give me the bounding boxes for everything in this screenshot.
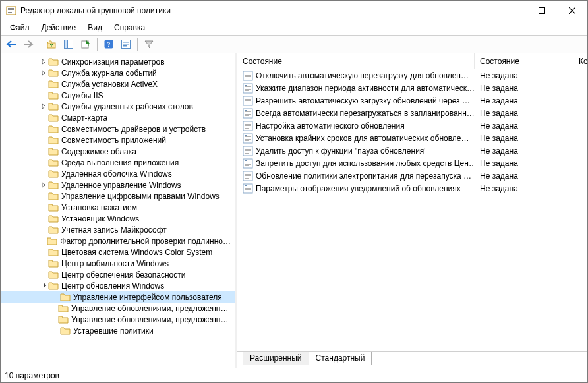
policy-state: Не задана	[480, 96, 518, 105]
tree-item[interactable]: Устаревшие политики	[1, 325, 235, 336]
list-row[interactable]: Укажите диапазон периода активности для …	[237, 82, 587, 94]
back-button[interactable]	[3, 37, 19, 51]
tree-label: Центр обеспечения безопасности	[61, 270, 186, 280]
help-button[interactable]: ?	[101, 37, 117, 51]
tree-label: Среда выполнения приложения	[61, 158, 179, 167]
tree-item[interactable]: Синхронизация параметров	[1, 56, 235, 67]
policy-icon	[243, 71, 253, 81]
tab-standard[interactable]: Стандартный	[309, 352, 372, 365]
svg-rect-50	[245, 138, 251, 138]
column-comment[interactable]: Ком	[573, 53, 587, 69]
tree-item[interactable]: Центр мобильности Windows	[1, 258, 235, 269]
tab-extended[interactable]: Расширенный	[243, 352, 309, 365]
expander-closed-icon[interactable]	[39, 181, 48, 190]
tree-label: Устаревшие политики	[73, 326, 154, 336]
maximize-button[interactable]	[527, 1, 557, 20]
folder-icon	[48, 259, 59, 268]
list-row[interactable]: Обновление политики электропитания для п…	[237, 169, 587, 182]
tree-item[interactable]: Управление цифровыми правами Windows	[1, 191, 235, 202]
app-window: Редактор локальной групповой политики Фа…	[0, 0, 588, 383]
svg-rect-16	[123, 45, 127, 47]
tree-item[interactable]: Центр обеспечения безопасности	[1, 269, 235, 280]
expander-open-icon[interactable]	[39, 281, 48, 291]
folder-icon	[48, 136, 59, 145]
tree-item[interactable]: Управление обновлениями, предложенными	[1, 314, 235, 325]
export-list-button[interactable]	[78, 37, 94, 51]
expander-closed-icon[interactable]	[39, 57, 48, 67]
list-header[interactable]: Состояние Состояние Ком	[237, 53, 587, 69]
list-row[interactable]: Настройка автоматического обновленияНе з…	[237, 119, 587, 132]
tree-label: Центр мобильности Windows	[61, 259, 169, 268]
list-row[interactable]: Запретить доступ для использования любых…	[237, 157, 587, 169]
tree-item[interactable]: Смарт-карта	[1, 112, 235, 123]
svg-rect-72	[245, 185, 247, 186]
svg-rect-21	[245, 76, 251, 77]
policy-name: Всегда автоматически перезагружаться в з…	[256, 109, 475, 118]
svg-rect-18	[245, 73, 247, 73]
list-row[interactable]: Удалить доступ к функции "пауза обновлен…	[237, 144, 587, 157]
tree-item[interactable]: Службы IIS	[1, 90, 235, 101]
folder-icon	[58, 304, 69, 313]
filter-button[interactable]	[141, 37, 157, 51]
menu-help[interactable]: Справка	[109, 22, 150, 34]
options-button[interactable]	[118, 37, 134, 51]
list-row[interactable]: Всегда автоматически перезагружаться в з…	[237, 107, 587, 119]
tree-label: Управление интерфейсом пользователя	[73, 293, 222, 302]
tree-item[interactable]: Учетная запись Майкрософт	[1, 224, 235, 235]
svg-rect-33	[245, 102, 251, 102]
tree-label: Центр обновления Windows	[61, 281, 164, 291]
forward-button[interactable]	[20, 37, 36, 51]
policy-icon	[243, 171, 253, 181]
policy-state: Не задана	[480, 171, 518, 181]
tree-item[interactable]: Установка нажатием	[1, 202, 235, 213]
tree-label: Установщик Windows	[61, 214, 139, 223]
svg-rect-48	[245, 135, 247, 136]
policy-name: Параметры отображения уведомлений об обн…	[256, 184, 461, 193]
tree-item[interactable]: Управление интерфейсом пользователя	[1, 291, 235, 303]
tree-item[interactable]: Удаленное управление Windows	[1, 179, 235, 191]
menu-view[interactable]: Вид	[82, 22, 107, 34]
policy-list[interactable]: Состояние Состояние Ком Отключить автома…	[237, 53, 587, 352]
policy-state: Не задана	[480, 121, 518, 131]
list-row[interactable]: Разрешить автоматическую загрузку обновл…	[237, 94, 587, 107]
tree-item[interactable]: Фактор дополнительной проверки подлиннос…	[1, 235, 235, 247]
folder-icon	[48, 69, 59, 78]
tree-item[interactable]: Службы удаленных рабочих столов	[1, 101, 235, 112]
list-row[interactable]: Установка крайних сроков для автоматичес…	[237, 132, 587, 144]
tree-label: Совместимость приложений	[61, 136, 166, 145]
svg-rect-36	[245, 110, 247, 111]
svg-rect-75	[245, 189, 251, 190]
show-hide-tree-button[interactable]	[61, 37, 76, 51]
tree-item[interactable]: Установщик Windows	[1, 213, 235, 224]
minimize-button[interactable]	[496, 1, 527, 20]
svg-rect-30	[245, 98, 247, 98]
tree-item[interactable]: Служба журнала событий	[1, 67, 235, 78]
menu-action[interactable]: Действие	[36, 22, 82, 34]
tree-item[interactable]: Совместимость драйверов и устройств	[1, 123, 235, 134]
svg-rect-20	[245, 75, 251, 76]
column-state[interactable]: Состояние	[475, 53, 573, 69]
tree-item[interactable]: Центр обновления Windows	[1, 280, 235, 291]
tree-item[interactable]: Служба установки ActiveX	[1, 78, 235, 90]
tree-item[interactable]: Управление обновлениями, предложенными	[1, 303, 235, 314]
list-row[interactable]: Параметры отображения уведомлений об обн…	[237, 182, 587, 194]
expander-closed-icon[interactable]	[39, 102, 48, 111]
tree-item[interactable]: Среда выполнения приложения	[1, 157, 235, 168]
tree-item[interactable]: Удаленная оболочка Windows	[1, 168, 235, 179]
expander-closed-icon[interactable]	[39, 69, 48, 78]
close-button[interactable]	[557, 1, 587, 20]
svg-rect-45	[245, 127, 251, 127]
list-row[interactable]: Отключить автоматическую перезагрузку дл…	[237, 69, 587, 82]
tree-label: Синхронизация параметров	[61, 57, 165, 67]
tree-item[interactable]: Совместимость приложений	[1, 134, 235, 146]
tree-label: Службы удаленных рабочих столов	[61, 102, 193, 111]
folder-icon	[48, 248, 59, 257]
column-setting[interactable]: Состояние	[237, 53, 475, 69]
tree-item[interactable]: Содержимое облака	[1, 146, 235, 157]
menu-file[interactable]: Файл	[5, 22, 35, 34]
up-level-button[interactable]	[44, 37, 59, 51]
policy-icon	[243, 183, 253, 194]
tree-item[interactable]: Цветовая система Windows Color System	[1, 247, 235, 258]
tree-view[interactable]: Синхронизация параметровСлужба журнала с…	[1, 53, 235, 357]
tree-label: Содержимое облака	[61, 147, 136, 156]
